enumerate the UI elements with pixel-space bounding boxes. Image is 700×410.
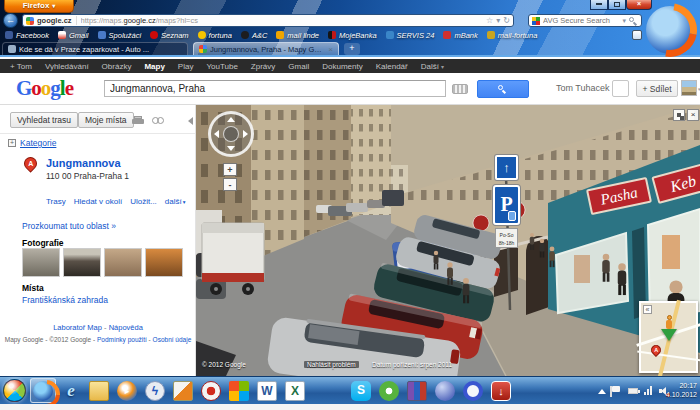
- tab-maps-active[interactable]: Jungmannova, Praha - Mapy Google×: [193, 42, 339, 55]
- maps-lab-link[interactable]: Laboratoř Map: [53, 323, 102, 332]
- nav-item-news[interactable]: Zprávy: [251, 62, 275, 71]
- taskbar-daemon-tools-icon[interactable]: ϟ: [145, 381, 165, 401]
- help-link[interactable]: Nápověda: [109, 323, 143, 332]
- categories-link[interactable]: Kategorie: [20, 138, 56, 148]
- place-name-link[interactable]: Jungmannova: [46, 157, 121, 169]
- taskbar-red-app-icon[interactable]: [201, 381, 221, 401]
- pan-left-icon[interactable]: [214, 130, 219, 138]
- taskbar-firefox-icon[interactable]: [33, 381, 53, 401]
- search-input[interactable]: [543, 16, 622, 25]
- pan-right-icon[interactable]: [243, 130, 248, 138]
- photo-thumbnail[interactable]: [63, 248, 101, 277]
- taskbar-globe-app-icon[interactable]: [435, 381, 455, 401]
- taskbar-skype-icon[interactable]: S: [351, 381, 371, 401]
- minimap[interactable]: « A: [639, 301, 698, 373]
- taskbar-winrar-icon[interactable]: [407, 381, 427, 401]
- bookmark-item[interactable]: Spolužáci: [98, 31, 142, 40]
- google-logo[interactable]: Google: [16, 76, 73, 101]
- tab-parking-article[interactable]: Kde se dá v Praze zaparkovat - Auto ...: [2, 42, 188, 55]
- taskbar-excel-icon[interactable]: X: [285, 381, 305, 401]
- nav-item-calendar[interactable]: Kalendář: [376, 62, 408, 71]
- nav-item-gmail[interactable]: Gmail: [288, 62, 309, 71]
- bookmark-item[interactable]: MojeBanka: [328, 31, 377, 40]
- directions-link[interactable]: Trasy: [46, 197, 66, 206]
- compass-hub[interactable]: [223, 126, 239, 142]
- explore-area-link[interactable]: Prozkoumat tuto oblast »: [22, 221, 116, 231]
- bookmarks-menu-icon[interactable]: [632, 30, 642, 40]
- nav-item-more[interactable]: Další▾: [421, 62, 444, 71]
- terms-link[interactable]: Podmínky použití: [97, 336, 147, 343]
- taskbar-media-player-icon[interactable]: ▸: [117, 381, 137, 401]
- site-identity[interactable]: google.cz: [37, 16, 77, 25]
- nav-item-docs[interactable]: Dokumenty: [322, 62, 362, 71]
- maps-search-input[interactable]: [104, 80, 446, 97]
- start-button[interactable]: [3, 379, 26, 402]
- my-places-button[interactable]: Moje místa: [78, 112, 134, 128]
- search-magnifier-icon[interactable]: [628, 16, 638, 26]
- url-bar[interactable]: google.cz https://maps.google.cz/maps?hl…: [22, 14, 514, 27]
- back-button[interactable]: ←: [3, 13, 18, 28]
- place-garden-link[interactable]: Františkánská zahrada: [22, 295, 108, 305]
- tray-expand-icon[interactable]: [598, 389, 606, 394]
- pan-up-icon[interactable]: [227, 117, 235, 122]
- battery-icon[interactable]: [628, 388, 638, 394]
- print-icon[interactable]: [132, 116, 144, 125]
- photo-thumbnail[interactable]: [104, 248, 142, 277]
- expand-plus-icon[interactable]: +: [8, 139, 16, 147]
- photo-thumbnail[interactable]: [145, 248, 183, 277]
- share-button[interactable]: + Sdílet: [636, 80, 678, 97]
- taskbar-media-app-icon[interactable]: [173, 381, 193, 401]
- close-button[interactable]: ×: [626, 0, 652, 10]
- taskbar-ring-app-icon[interactable]: [463, 381, 483, 401]
- bookmark-item[interactable]: Gmail: [58, 31, 89, 40]
- nav-item-play[interactable]: Play: [178, 62, 194, 71]
- action-center-flag-icon[interactable]: [612, 386, 620, 392]
- taskbar-explorer-icon[interactable]: [89, 381, 109, 401]
- bookmark-item[interactable]: A&C: [241, 31, 267, 40]
- privacy-link[interactable]: Osobní údaje: [153, 336, 192, 343]
- bookmark-item[interactable]: mBank: [443, 31, 477, 40]
- report-problem-link[interactable]: Nahlásit problém: [304, 361, 359, 368]
- search-dropdown-icon[interactable]: ▾: [622, 17, 626, 25]
- firefox-menu-button[interactable]: Firefox▾: [4, 0, 74, 13]
- zoom-in-button[interactable]: +: [223, 163, 237, 176]
- search-bar[interactable]: ▾: [528, 14, 642, 27]
- categories-row[interactable]: + Kategorie: [8, 138, 56, 148]
- taskbar-download-manager-icon[interactable]: ↓: [491, 381, 511, 401]
- taskbar-clock[interactable]: 20:17 4.10.2012: [666, 381, 697, 400]
- minimize-button[interactable]: [590, 0, 608, 10]
- bookmark-item[interactable]: mail-fortuna: [487, 31, 538, 40]
- nav-item-images[interactable]: Obrázky: [102, 62, 132, 71]
- bookmark-item[interactable]: mail linde: [276, 31, 319, 40]
- urlbar-dropdown-icon[interactable]: ▾: [496, 16, 500, 25]
- nav-item-maps[interactable]: Mapy: [144, 62, 164, 71]
- bookmark-item[interactable]: Seznam: [150, 31, 189, 40]
- save-link[interactable]: Uložit...: [130, 197, 157, 206]
- pegman-icon[interactable]: [665, 315, 673, 329]
- bookmark-item[interactable]: fortuna: [198, 31, 232, 40]
- nav-item-plus-tom[interactable]: + Tom: [10, 62, 32, 71]
- fullscreen-icon[interactable]: [673, 109, 685, 121]
- search-nearby-link[interactable]: Hledat v okolí: [74, 197, 122, 206]
- new-tab-button[interactable]: +: [344, 43, 360, 55]
- user-name[interactable]: Tom Tuhacek: [556, 83, 610, 93]
- street-view-image[interactable]: [196, 105, 700, 376]
- zoom-out-button[interactable]: -: [223, 178, 237, 191]
- tab-close-icon[interactable]: ×: [328, 45, 333, 54]
- route-button[interactable]: Vyhledat trasu: [10, 112, 78, 128]
- taskbar-word-icon[interactable]: W: [257, 381, 277, 401]
- nav-item-youtube[interactable]: YouTube: [206, 62, 237, 71]
- maps-search-button[interactable]: [477, 80, 529, 98]
- notifications-button[interactable]: [612, 80, 629, 97]
- reload-icon[interactable]: ↻: [503, 16, 510, 25]
- link-icon[interactable]: [152, 117, 166, 124]
- taskbar-office-icon[interactable]: [229, 381, 249, 401]
- bookmark-item[interactable]: SERVIS 24: [386, 31, 435, 40]
- taskbar-ie-icon[interactable]: e: [61, 381, 81, 401]
- photo-thumbnail[interactable]: [22, 248, 60, 277]
- bookmark-item[interactable]: Facebook: [5, 31, 49, 40]
- pan-down-icon[interactable]: [227, 146, 235, 151]
- close-streetview-icon[interactable]: ×: [687, 109, 699, 121]
- network-signal-icon[interactable]: [644, 386, 654, 395]
- avatar[interactable]: [681, 80, 697, 96]
